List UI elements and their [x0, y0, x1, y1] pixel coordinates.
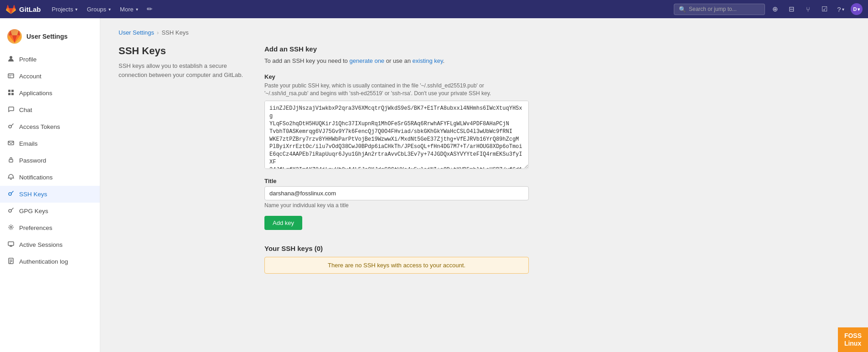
- sidebar-item-label-gpg-keys: GPG Keys: [19, 208, 48, 214]
- sidebar-item-access-tokens[interactable]: Access Tokens: [0, 118, 100, 135]
- groups-chevron-icon: ▾: [108, 7, 111, 12]
- edit-icon[interactable]: ✏: [144, 3, 156, 15]
- search-icon: 🔍: [679, 6, 686, 13]
- ssh-key-input[interactable]: [264, 101, 529, 169]
- foss-line2: Linux: [844, 340, 862, 347]
- svg-rect-1: [8, 74, 14, 78]
- notifications-icon: [7, 173, 15, 181]
- search-box[interactable]: 🔍 Search or jump to...: [674, 4, 765, 15]
- breadcrumb-current: SSH Keys: [161, 29, 188, 36]
- sidebar-item-label-access-tokens: Access Tokens: [19, 123, 60, 130]
- key-sublabel: Paste your public SSH key, which is usua…: [264, 82, 529, 97]
- emails-icon: [7, 140, 15, 148]
- svg-rect-4: [8, 93, 10, 95]
- sidebar-item-emails[interactable]: Emails: [0, 135, 100, 152]
- sidebar-item-label-password: Password: [19, 157, 46, 164]
- breadcrumb-parent[interactable]: User Settings: [119, 29, 154, 36]
- svg-rect-3: [11, 90, 14, 92]
- add-key-button[interactable]: Add key: [264, 216, 302, 230]
- sidebar-item-authentication-log[interactable]: Authentication log: [0, 253, 100, 270]
- sidebar-item-label-active-sessions: Active Sessions: [19, 241, 62, 248]
- breadcrumb: User Settings › SSH Keys: [119, 29, 850, 36]
- sidebar-item-chat[interactable]: Chat: [0, 102, 100, 118]
- gpg-keys-icon: [7, 207, 15, 215]
- projects-chevron-icon: ▾: [75, 7, 78, 12]
- title-label: Title: [264, 178, 529, 184]
- active-sessions-icon: [7, 241, 15, 249]
- key-label: Key: [264, 73, 529, 80]
- add-section-title: Add an SSH key: [264, 45, 529, 53]
- sidebar-item-ssh-keys[interactable]: SSH Keys: [0, 186, 100, 203]
- sidebar-item-applications[interactable]: Applications: [0, 85, 100, 102]
- avatar-chevron-icon: ▾: [858, 7, 860, 12]
- section-right: Add an SSH key To add an SSH key you nee…: [264, 45, 529, 274]
- your-keys-title: Your SSH keys (0): [264, 245, 529, 252]
- sidebar-item-label-ssh-keys: SSH Keys: [19, 191, 47, 198]
- main-content: User Settings › SSH Keys SSH Keys SSH ke…: [100, 18, 868, 352]
- help-chevron-icon: ▾: [842, 7, 844, 12]
- more-chevron-icon: ▾: [136, 7, 138, 12]
- page-description: SSH keys allow you to establish a secure…: [119, 61, 246, 79]
- user-avatar[interactable]: D▾: [851, 3, 863, 15]
- help-icon[interactable]: ? ▾: [834, 3, 847, 15]
- no-keys-message: There are no SSH keys with access to you…: [264, 257, 529, 274]
- brand[interactable]: GitLab: [5, 4, 41, 15]
- svg-rect-8: [9, 159, 13, 162]
- your-ssh-keys-section: Your SSH keys (0) There are no SSH keys …: [264, 245, 529, 274]
- sidebar-item-label-emails: Emails: [19, 140, 38, 147]
- sidebar-item-label-account: Account: [19, 73, 41, 80]
- svg-rect-5: [11, 93, 14, 95]
- svg-rect-2: [8, 90, 10, 92]
- chat-icon: [7, 106, 15, 114]
- content-grid: SSH Keys SSH keys allow you to establish…: [119, 45, 529, 274]
- add-key-description: To add an SSH key you need to generate o…: [264, 56, 529, 66]
- svg-point-11: [10, 226, 12, 228]
- create-icon[interactable]: ⊕: [769, 3, 781, 15]
- nav-links: Projects ▾ Groups ▾ More ▾ ✏: [48, 3, 156, 15]
- sidebar-item-active-sessions[interactable]: Active Sessions: [0, 236, 100, 253]
- merge-request-icon[interactable]: ⑂: [801, 3, 814, 15]
- applications-icon: [7, 89, 15, 97]
- page-title: SSH Keys: [119, 45, 246, 57]
- sidebar-avatar: [7, 29, 22, 44]
- nav-right: 🔍 Search or jump to... ⊕ ⊟ ⑂ ☑ ? ▾ D▾: [674, 3, 863, 15]
- sidebar-item-label-chat: Chat: [19, 107, 32, 113]
- password-icon: [7, 157, 15, 164]
- sidebar-item-label-applications: Applications: [19, 90, 52, 97]
- generate-one-link[interactable]: generate one: [349, 57, 384, 64]
- sidebar-items: ProfileAccountApplicationsChatAccess Tok…: [0, 51, 100, 270]
- nav-more[interactable]: More ▾: [116, 4, 142, 15]
- sidebar-item-profile[interactable]: Profile: [0, 51, 100, 68]
- preferences-icon: [7, 224, 15, 232]
- section-left: SSH Keys SSH keys allow you to establish…: [119, 45, 246, 274]
- sidebar-item-account[interactable]: Account: [0, 68, 100, 85]
- sidebar-avatar-icon: [7, 29, 22, 44]
- sidebar-item-gpg-keys[interactable]: GPG Keys: [0, 203, 100, 219]
- sidebar: User Settings ProfileAccountApplications…: [0, 18, 100, 352]
- authentication-log-icon: [7, 258, 15, 265]
- svg-rect-7: [8, 141, 14, 145]
- todo-icon[interactable]: ☑: [818, 3, 831, 15]
- sidebar-header-label: User Settings: [26, 33, 67, 40]
- page-layout: User Settings ProfileAccountApplications…: [0, 18, 868, 352]
- existing-key-link[interactable]: existing key: [413, 57, 443, 64]
- foss-watermark: FOSS Linux: [838, 327, 868, 352]
- dock-icon[interactable]: ⊟: [785, 3, 798, 15]
- gitlab-logo-icon: [5, 4, 16, 15]
- brand-name: GitLab: [19, 5, 41, 13]
- sidebar-item-password[interactable]: Password: [0, 152, 100, 169]
- svg-rect-12: [8, 242, 14, 245]
- breadcrumb-separator: ›: [157, 29, 159, 36]
- sidebar-item-notifications[interactable]: Notifications: [0, 169, 100, 186]
- sidebar-item-label-authentication-log: Authentication log: [19, 258, 68, 265]
- nav-groups[interactable]: Groups ▾: [83, 4, 114, 15]
- nav-projects[interactable]: Projects ▾: [48, 4, 82, 15]
- svg-point-0: [10, 56, 12, 59]
- foss-line1: FOSS: [844, 332, 862, 340]
- sidebar-item-preferences[interactable]: Preferences: [0, 219, 100, 236]
- sidebar-item-label-preferences: Preferences: [19, 224, 52, 231]
- ssh-keys-icon: [7, 190, 15, 198]
- top-nav: GitLab Projects ▾ Groups ▾ More ▾ ✏ 🔍 Se…: [0, 0, 868, 18]
- title-input[interactable]: [264, 186, 529, 200]
- sidebar-item-label-profile: Profile: [19, 56, 36, 63]
